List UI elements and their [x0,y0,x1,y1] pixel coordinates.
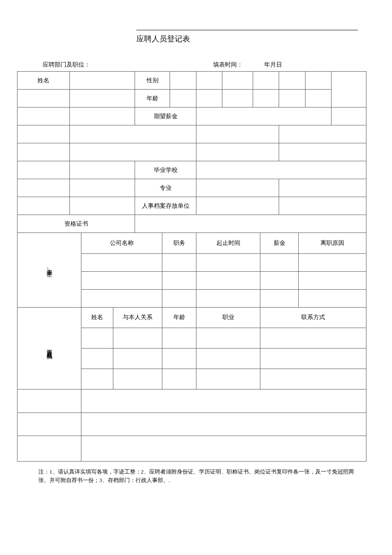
input-grad-school[interactable] [196,161,366,179]
work-r2-company[interactable] [81,271,162,289]
label-expected-salary: 期望薪金 [135,108,196,125]
fam-r3-age[interactable] [162,369,196,389]
photo-cell[interactable] [331,72,366,108]
work-r3-salary[interactable] [260,289,299,307]
cell-r4-4[interactable] [279,125,366,143]
page-title: 应聘人员登记表 [136,34,366,44]
input-expected-salary[interactable] [196,108,331,125]
work-r3-duty[interactable] [162,289,196,307]
bottom-r2-value[interactable] [81,413,366,436]
cell-r6-2[interactable] [69,161,135,179]
fam-r1-occupation[interactable] [196,328,260,349]
cell-r3-1[interactable] [17,108,70,125]
bottom-table [17,389,366,462]
cell-r1-4[interactable] [279,72,305,90]
input-age[interactable] [170,90,196,108]
fam-r1-relation[interactable] [113,328,162,349]
input-major[interactable] [196,179,279,197]
cell-r5-2[interactable] [69,143,196,161]
cell-r2-5[interactable] [253,90,279,108]
cell-r2-7[interactable] [305,90,331,108]
cell-r2-3[interactable] [196,90,222,108]
cell-r2-1[interactable] [17,90,70,108]
label-major: 专业 [135,179,196,197]
registration-table: 姓名 性别 年龄 期望薪金 [17,71,366,233]
footer-note: 注：1、请认真详实填写各项，字迹工整；2、应聘者须附身份证、学历证明、职称证书、… [17,468,366,485]
fam-r1-contact[interactable] [260,328,366,349]
cell-r2-2[interactable] [69,90,135,108]
cell-r5-3[interactable] [196,143,279,161]
cell-r1-5[interactable] [305,72,331,90]
work-r1-period[interactable] [196,253,260,271]
cell-r4-3[interactable] [196,125,279,143]
label-family-section: 要更庭成负 [17,308,81,389]
label-work-section: 主要空。 [17,233,81,307]
work-r3-period[interactable] [196,289,260,307]
fam-r3-relation[interactable] [113,369,162,389]
cell-r5-1[interactable] [17,143,70,161]
date-value: 年月日 [264,61,282,69]
label-company: 公司名称 [81,233,162,253]
work-experience-table: 主要空。 公司名称 职务 起止时间 薪金 离职原因 [17,233,366,308]
label-certificates: 资格证书 [17,215,135,233]
work-r3-company[interactable] [81,289,162,307]
cell-r3-3[interactable] [331,108,366,125]
work-r1-reason[interactable] [299,253,366,271]
cell-r8-1[interactable] [17,197,70,215]
date-label: 填表时间： [213,61,264,69]
label-salary: 薪金 [260,233,299,253]
bottom-r3-value[interactable] [81,436,366,461]
work-section-text: 主要空。 [46,233,53,305]
work-r2-reason[interactable] [299,271,366,289]
label-age: 年龄 [135,90,170,108]
cell-r1-1[interactable] [196,72,222,90]
fam-r1-age[interactable] [162,328,196,349]
work-r1-duty[interactable] [162,253,196,271]
cell-r8-3[interactable] [279,197,366,215]
input-archive[interactable] [196,197,279,215]
cell-r3-2[interactable] [69,108,135,125]
label-period: 起止时间 [196,233,260,253]
fam-r2-occupation[interactable] [196,349,260,369]
work-r2-duty[interactable] [162,271,196,289]
work-r1-salary[interactable] [260,253,299,271]
cell-r5-4[interactable] [279,143,366,161]
cell-r2-6[interactable] [279,90,305,108]
fam-r3-name[interactable] [81,369,113,389]
cell-r7-2[interactable] [69,179,135,197]
fam-r3-contact[interactable] [260,369,366,389]
cell-r1-3[interactable] [253,72,279,90]
fam-r2-name[interactable] [81,349,113,369]
fam-r1-name[interactable] [81,328,113,349]
header-row: 应聘部门及职位： 填表时间： 年月日 [17,61,366,69]
cell-r8-2[interactable] [69,197,135,215]
fam-r2-relation[interactable] [113,349,162,369]
header-line [136,30,358,30]
label-occupation: 职业 [196,308,260,328]
bottom-r1-label[interactable] [17,389,81,413]
cell-r2-4[interactable] [222,90,253,108]
family-table: 要更庭成负 姓名 与本人关系 年龄 职业 联系方式 [17,308,366,390]
cell-r7-3[interactable] [279,179,366,197]
bottom-r2-label[interactable] [17,413,81,436]
bottom-r1-value[interactable] [81,389,366,413]
label-family-age: 年龄 [162,308,196,328]
cell-r4-2[interactable] [69,125,196,143]
bottom-r3-label[interactable] [17,436,81,461]
label-gender: 性别 [135,72,170,90]
fam-r2-age[interactable] [162,349,196,369]
input-name[interactable] [69,72,135,90]
fam-r3-occupation[interactable] [196,369,260,389]
cell-r4-1[interactable] [17,125,70,143]
cell-r1-2[interactable] [222,72,253,90]
fam-r2-contact[interactable] [260,349,366,369]
label-leave-reason: 离职原因 [299,233,366,253]
work-r2-salary[interactable] [260,271,299,289]
input-gender[interactable] [170,72,196,90]
work-r1-company[interactable] [81,253,162,271]
cell-r7-1[interactable] [17,179,70,197]
work-r2-period[interactable] [196,271,260,289]
cell-r6-1[interactable] [17,161,70,179]
input-certificates[interactable] [135,215,366,233]
work-r3-reason[interactable] [299,289,366,307]
